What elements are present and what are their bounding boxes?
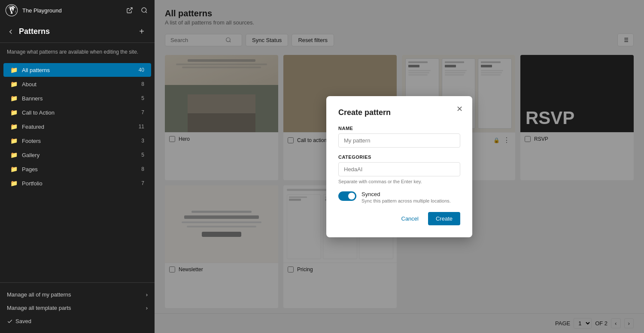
svg-point-2 xyxy=(142,8,146,12)
cancel-button[interactable]: Cancel xyxy=(395,212,425,225)
sidebar-item-label: All patterns xyxy=(22,67,134,73)
add-pattern-button[interactable]: + xyxy=(136,26,148,38)
search-top-button[interactable] xyxy=(139,5,149,15)
saved-label: Saved xyxy=(15,318,31,324)
svg-line-3 xyxy=(146,12,147,13)
sidebar-top-bar: The Playground xyxy=(0,0,155,21)
sync-label: Synced xyxy=(361,191,451,197)
sidebar-footer: Manage all of my patterns › Manage all t… xyxy=(0,282,155,333)
sidebar-item-portfolio[interactable]: 📁 Portfolio 7 xyxy=(3,176,151,190)
sidebar-item-count: 5 xyxy=(141,152,144,158)
chevron-right-icon: › xyxy=(146,305,148,311)
sidebar-item-count: 7 xyxy=(141,180,144,186)
folder-icon: 📁 xyxy=(10,95,18,102)
modal-close-button[interactable]: ✕ xyxy=(453,103,465,115)
modal-categories-field: CATEGORIES Separate with commas or the E… xyxy=(338,154,460,184)
sidebar-item-about[interactable]: 📁 About 8 xyxy=(3,77,151,91)
sidebar-item-count: 8 xyxy=(141,81,144,87)
modal-overlay[interactable]: Create pattern ✕ NAME CATEGORIES Separat… xyxy=(155,0,644,333)
modal-actions: Cancel Create xyxy=(338,212,460,225)
sync-desc: Sync this pattern across multiple locati… xyxy=(361,198,451,203)
sidebar-header: Patterns + xyxy=(0,21,155,43)
sidebar-item-label: Footers xyxy=(22,138,137,144)
sidebar-item-gallery[interactable]: 📁 Gallery 5 xyxy=(3,148,151,162)
folder-icon: 📁 xyxy=(10,123,18,130)
modal-categories-input[interactable] xyxy=(338,162,460,176)
sync-row: Synced Sync this pattern across multiple… xyxy=(338,191,460,203)
sidebar-item-count: 40 xyxy=(139,67,144,73)
svg-line-1 xyxy=(129,8,132,11)
sidebar-item-label: Featured xyxy=(22,124,134,130)
sync-toggle[interactable] xyxy=(338,191,356,201)
manage-template-parts-label: Manage all template parts xyxy=(7,305,71,311)
sync-info: Synced Sync this pattern across multiple… xyxy=(361,191,451,203)
modal-categories-label: CATEGORIES xyxy=(338,154,460,160)
sidebar-item-featured[interactable]: 📁 Featured 11 xyxy=(3,120,151,133)
sidebar-item-label: Banners xyxy=(22,95,137,102)
folder-icon: 📁 xyxy=(10,81,18,88)
create-pattern-modal: Create pattern ✕ NAME CATEGORIES Separat… xyxy=(326,96,472,237)
sidebar-item-count: 8 xyxy=(141,166,144,172)
sidebar-item-call-to-action[interactable]: 📁 Call to Action 7 xyxy=(3,106,151,119)
create-button[interactable]: Create xyxy=(428,212,460,225)
modal-name-input[interactable] xyxy=(338,133,460,148)
sidebar-item-label: About xyxy=(22,81,137,88)
site-name: The Playground xyxy=(22,7,120,14)
external-link-button[interactable] xyxy=(125,5,135,15)
sidebar-item-all-patterns[interactable]: 📁 All patterns 40 xyxy=(3,63,151,77)
sidebar-item-banners[interactable]: 📁 Banners 5 xyxy=(3,91,151,105)
manage-my-patterns-link[interactable]: Manage all of my patterns › xyxy=(7,288,148,301)
sidebar-item-count: 11 xyxy=(139,124,144,130)
saved-status: Saved xyxy=(7,315,148,328)
sidebar-item-label: Call to Action xyxy=(22,109,137,116)
folder-icon: 📁 xyxy=(10,166,18,173)
sidebar-item-count: 5 xyxy=(141,95,144,101)
sidebar-description: Manage what patterns are available when … xyxy=(0,43,155,61)
sidebar-item-count: 7 xyxy=(141,109,144,115)
modal-categories-hint: Separate with commas or the Enter key. xyxy=(338,179,460,184)
manage-my-patterns-label: Manage all of my patterns xyxy=(7,291,71,298)
sidebar-item-label: Pages xyxy=(22,166,137,173)
nav-list: 📁 All patterns 40 📁 About 8 📁 Banners 5 … xyxy=(0,61,155,282)
modal-name-field: NAME xyxy=(338,126,460,148)
sidebar-item-footers[interactable]: 📁 Footers 3 xyxy=(3,134,151,148)
folder-icon: 📁 xyxy=(10,109,18,116)
modal-name-label: NAME xyxy=(338,126,460,131)
chevron-right-icon: › xyxy=(146,291,148,298)
sidebar-title: Patterns xyxy=(19,27,131,36)
sidebar: The Playground Patterns + Manage what pa… xyxy=(0,0,155,333)
main-content: All patterns A list of all patterns from… xyxy=(155,0,644,333)
folder-icon: 📁 xyxy=(10,180,18,187)
sidebar-item-label: Portfolio xyxy=(22,180,137,187)
back-button[interactable] xyxy=(7,28,15,36)
sidebar-item-label: Gallery xyxy=(22,152,137,158)
folder-icon: 📁 xyxy=(10,151,18,158)
check-icon xyxy=(7,318,13,324)
folder-icon: 📁 xyxy=(10,137,18,144)
modal-title: Create pattern xyxy=(338,108,460,117)
wordpress-logo xyxy=(5,4,18,17)
manage-template-parts-link[interactable]: Manage all template parts › xyxy=(7,301,148,315)
sidebar-item-pages[interactable]: 📁 Pages 8 xyxy=(3,162,151,176)
folder-icon: 📁 xyxy=(10,67,18,73)
sidebar-item-count: 3 xyxy=(141,138,144,144)
